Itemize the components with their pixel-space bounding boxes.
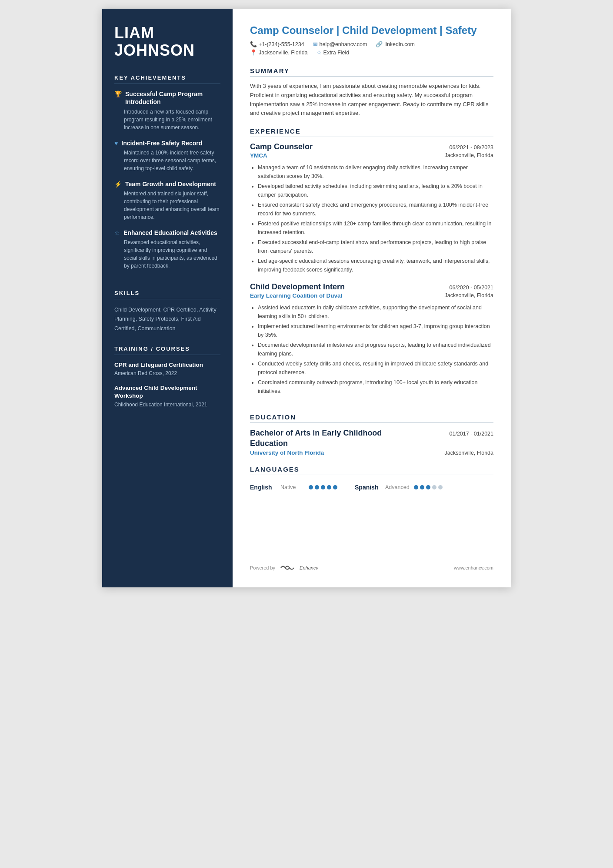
job-2-date: 06/2020 - 05/2021 <box>450 285 493 291</box>
summary-text: With 3 years of experience, I am passion… <box>250 82 493 118</box>
job-2-bullet-5: Coordinated community outreach programs,… <box>258 378 493 395</box>
achievement-4: ☆ Enhanced Educational Activities Revamp… <box>114 229 220 270</box>
job-1-bullet-5: Executed successful end-of-camp talent s… <box>258 238 493 255</box>
footer: Powered by Enhancv www.enhancv.com <box>250 551 493 572</box>
job-1-company: YMCA <box>250 152 267 159</box>
english-dot-2 <box>315 485 319 489</box>
english-dot-4 <box>327 485 331 489</box>
job-2-bullet-2: Implemented structured learning environm… <box>258 322 493 339</box>
spanish-dot-4 <box>432 485 436 489</box>
skills-text: Child Development, CPR Certified, Activi… <box>114 305 220 333</box>
experience-section-label: EXPERIENCE <box>250 127 493 135</box>
spanish-dot-3 <box>426 485 430 489</box>
phone-icon: 📞 <box>250 41 257 47</box>
spanish-dot-5 <box>438 485 443 489</box>
spanish-dot-2 <box>420 485 424 489</box>
extra-field-value: Extra Field <box>323 50 350 56</box>
english-name: English <box>250 484 276 491</box>
achievement-3: ⚡ Team Growth and Development Mentored a… <box>114 180 220 221</box>
training-1: CPR and Lifeguard Certification American… <box>114 361 220 378</box>
job-2-bullets: Assisted lead educators in daily childca… <box>250 303 493 397</box>
achievements-divider <box>114 84 220 84</box>
languages-divider <box>250 475 493 475</box>
job-1-bullets: Managed a team of 10 assistants to deliv… <box>250 163 493 275</box>
training-2-title: Advanced Child Development Workshop <box>114 384 220 399</box>
job-1-bullet-4: Fostered positive relationships with 120… <box>258 219 493 237</box>
job-2-location: Jacksonville, Florida <box>444 292 493 300</box>
spanish-dot-1 <box>414 485 418 489</box>
job-1-title: Camp Counselor <box>250 142 313 151</box>
achievement-2-title: Incident-Free Safety Record <box>121 139 202 147</box>
edu-1-location-row: University of North Florida Jacksonville… <box>250 449 493 456</box>
linkedin-value: linkedin.com <box>384 41 414 47</box>
job-1-date: 06/2021 - 08/2023 <box>450 144 493 151</box>
main-content: Camp Counselor | Child Development | Saf… <box>233 9 511 587</box>
education-section-label: EDUCATION <box>250 413 493 421</box>
job-1-bullet-3: Ensured consistent safety checks and eme… <box>258 201 493 218</box>
enhancv-logo-icon <box>279 564 296 572</box>
language-english: English Native <box>250 484 337 491</box>
experience-divider <box>250 137 493 137</box>
heart-icon: ♥ <box>114 140 118 147</box>
footer-website: www.enhancv.com <box>454 565 493 570</box>
training-section-label: TRAINING / COURSES <box>114 345 220 352</box>
job-2-bullet-1: Assisted lead educators in daily childca… <box>258 303 493 321</box>
english-dot-5 <box>333 485 337 489</box>
edu-1-degree: Bachelor of Arts in Early Childhood Educ… <box>250 428 408 449</box>
achievement-3-title: Team Growth and Development <box>125 180 216 188</box>
trophy-icon: 🏆 <box>114 90 122 97</box>
email-icon: ✉ <box>313 41 318 47</box>
job-2-location-row: Early Learning Coalition of Duval Jackso… <box>250 292 493 300</box>
phone-value: +1-(234)-555-1234 <box>259 41 304 47</box>
job-1-location-row: YMCA Jacksonville, Florida <box>250 152 493 160</box>
achievement-4-desc: Revamped educational activities, signifi… <box>114 238 220 270</box>
star-field-icon: ☆ <box>316 49 322 56</box>
training-1-title: CPR and Lifeguard Certification <box>114 361 220 369</box>
powered-by-text: Powered by <box>250 565 275 570</box>
skills-divider <box>114 299 220 299</box>
skills-section-label: SKILLS <box>114 290 220 296</box>
job-2-header: Child Development Intern 06/2020 - 05/20… <box>250 282 493 292</box>
achievement-1-title: Successful Camp Program Introduction <box>125 90 220 106</box>
person-name: LIAM JOHNSON <box>114 24 220 59</box>
training-2: Advanced Child Development Workshop Chil… <box>114 384 220 408</box>
english-level: Native <box>280 484 304 490</box>
edu-1-date: 01/2017 - 01/2021 <box>450 431 493 437</box>
job-2-bullet-4: Conducted weekly safety drills and check… <box>258 359 493 377</box>
location-icon: 📍 <box>250 49 257 56</box>
edu-1-school: University of North Florida <box>250 449 324 456</box>
phone-contact: 📞 +1-(234)-555-1234 <box>250 41 304 47</box>
achievement-1-desc: Introduced a new arts-focused camp progr… <box>114 108 220 131</box>
job-1-bullet-1: Managed a team of 10 assistants to deliv… <box>258 163 493 181</box>
star-icon: ☆ <box>114 229 120 236</box>
bolt-icon: ⚡ <box>114 181 122 188</box>
email-contact: ✉ help@enhancv.com <box>313 41 367 47</box>
spanish-name: Spanish <box>355 484 381 491</box>
training-divider <box>114 355 220 355</box>
job-2-bullet-3: Documented developmental milestones and … <box>258 341 493 358</box>
contact-row-1: 📞 +1-(234)-555-1234 ✉ help@enhancv.com 🔗… <box>250 41 493 47</box>
extra-field-contact: ☆ Extra Field <box>316 49 350 56</box>
job-1-location: Jacksonville, Florida <box>444 152 493 160</box>
achievement-2: ♥ Incident-Free Safety Record Maintained… <box>114 139 220 172</box>
achievements-section-label: KEY ACHIEVEMENTS <box>114 74 220 81</box>
edu-1-location: Jacksonville, Florida <box>444 450 493 456</box>
footer-branding: Powered by Enhancv <box>250 564 318 572</box>
achievement-3-desc: Mentored and trained six junior staff, c… <box>114 190 220 221</box>
training-2-sub: Childhood Education International, 2021 <box>114 401 220 409</box>
summary-section-label: SUMMARY <box>250 67 493 74</box>
link-icon: 🔗 <box>376 41 383 47</box>
achievement-4-title: Enhanced Educational Activities <box>123 229 217 237</box>
achievement-1: 🏆 Successful Camp Program Introduction I… <box>114 90 220 131</box>
english-dots <box>309 485 337 489</box>
job-1-header: Camp Counselor 06/2021 - 08/2023 <box>250 142 493 151</box>
location-contact: 📍 Jacksonville, Florida <box>250 49 308 56</box>
sidebar: LIAM JOHNSON KEY ACHIEVEMENTS 🏆 Successf… <box>102 9 233 587</box>
languages-section-label: LANGUAGES <box>250 466 493 473</box>
job-1-bullet-2: Developed tailored activity schedules, i… <box>258 182 493 199</box>
linkedin-contact: 🔗 linkedin.com <box>376 41 414 47</box>
spanish-level: Advanced <box>385 484 410 490</box>
achievement-2-desc: Maintained a 100% incident-free safety r… <box>114 149 220 172</box>
language-spanish: Spanish Advanced <box>355 484 443 491</box>
resume-container: LIAM JOHNSON KEY ACHIEVEMENTS 🏆 Successf… <box>102 9 511 587</box>
